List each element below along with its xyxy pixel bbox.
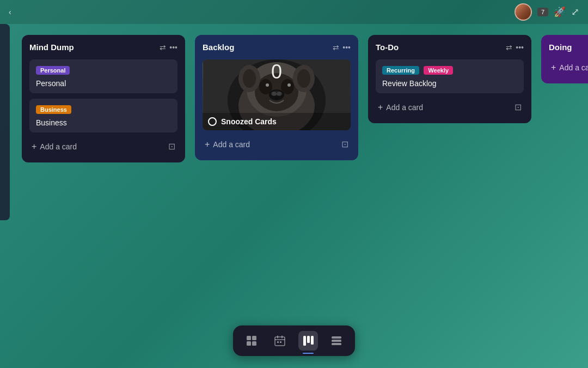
column-todo: To-Do ⇄ ••• Recurring Weekly Review Back…	[368, 35, 531, 123]
svg-rect-18	[247, 336, 251, 340]
column-backlog: Backlog ⇄ •••	[195, 35, 358, 160]
board: Mind Dump ⇄ ••• Personal Personal Busine…	[0, 24, 588, 368]
plus-icon-doing: +	[551, 63, 556, 73]
svg-rect-29	[307, 336, 310, 343]
svg-rect-21	[252, 341, 256, 346]
svg-rect-31	[332, 336, 341, 339]
column-title-backlog: Backlog	[203, 43, 234, 52]
add-card-doing[interactable]: + Add a card	[549, 59, 588, 76]
svg-point-8	[287, 83, 291, 87]
column-header-doing: Doing	[549, 43, 588, 52]
chevron-down-icon[interactable]: ‹	[9, 8, 11, 16]
more-icon-todo[interactable]: •••	[516, 43, 524, 52]
svg-rect-27	[280, 341, 281, 343]
card-business[interactable]: Business Business	[29, 99, 177, 132]
add-card-label-backlog: Add a card	[213, 140, 250, 149]
plus-icon-mind-dump: +	[32, 142, 36, 152]
bottom-toolbar	[233, 325, 355, 356]
snoozed-cards-title: Snoozed Cards	[221, 117, 277, 126]
header: ‹ 7 🚀 ⤢	[0, 0, 588, 24]
svg-rect-32	[332, 340, 341, 342]
circle-icon	[208, 117, 217, 126]
toolbar-calendar[interactable]	[270, 331, 290, 351]
add-card-todo[interactable]: + Add a card ⊡	[376, 99, 524, 116]
column-title-doing: Doing	[549, 43, 572, 52]
tag-recurring: Recurring	[382, 66, 419, 75]
tag-personal: Personal	[36, 66, 70, 75]
svg-rect-22	[275, 337, 285, 346]
add-card-backlog[interactable]: + Add a card ⊡	[203, 136, 351, 153]
card-snoozed[interactable]: 0 Snoozed Cards	[203, 59, 351, 130]
plus-icon-backlog: +	[205, 140, 210, 149]
template-icon-mind-dump[interactable]: ⊡	[168, 141, 175, 152]
header-right: 7 🚀 ⤢	[514, 3, 579, 21]
more-icon-mind-dump[interactable]: •••	[169, 43, 177, 52]
rocket-icon[interactable]: 🚀	[554, 6, 566, 18]
card-title-personal: Personal	[36, 79, 171, 88]
toolbar-board[interactable]	[298, 331, 318, 351]
plus-icon-todo: +	[378, 102, 383, 112]
svg-rect-28	[303, 336, 306, 346]
collapse-icon-backlog[interactable]: ⇄	[333, 43, 339, 52]
svg-rect-19	[252, 336, 256, 340]
tag-weekly: Weekly	[424, 66, 453, 75]
column-header-todo: To-Do ⇄ •••	[376, 43, 524, 52]
svg-text:0: 0	[271, 61, 282, 83]
collapse-icon-mind-dump[interactable]: ⇄	[160, 43, 166, 52]
card-image-text: Snoozed Cards	[203, 113, 351, 130]
column-header-backlog: Backlog ⇄ •••	[203, 43, 351, 52]
add-card-label-doing: Add a card	[559, 63, 588, 72]
column-actions-todo: ⇄ •••	[506, 43, 524, 52]
column-header-mind-dump: Mind Dump ⇄ •••	[29, 43, 177, 52]
template-icon-backlog[interactable]: ⊡	[341, 139, 348, 149]
more-icon-backlog[interactable]: •••	[342, 43, 351, 52]
toolbar-list[interactable]	[327, 331, 346, 351]
column-actions-backlog: ⇄ •••	[333, 43, 351, 52]
svg-point-15	[297, 69, 310, 88]
add-card-label-todo: Add a card	[386, 103, 423, 112]
tag-business: Business	[36, 105, 71, 114]
avatar[interactable]	[514, 3, 532, 21]
column-actions-mind-dump: ⇄ •••	[160, 43, 177, 52]
svg-rect-33	[332, 343, 341, 345]
card-title-business: Business	[36, 118, 171, 127]
svg-point-16	[272, 91, 281, 96]
svg-rect-30	[311, 336, 314, 345]
expand-icon[interactable]: ⤢	[571, 6, 579, 18]
collapse-icon-todo[interactable]: ⇄	[506, 43, 512, 52]
card-review-backlog[interactable]: Recurring Weekly Review Backlog	[376, 59, 524, 93]
add-card-label-mind-dump: Add a card	[40, 142, 77, 151]
template-icon-todo[interactable]: ⊡	[514, 102, 522, 112]
svg-point-14	[243, 69, 256, 88]
column-title-mind-dump: Mind Dump	[29, 43, 74, 52]
card-image-snoozed: 0 Snoozed Cards	[203, 59, 351, 130]
svg-point-7	[266, 83, 269, 87]
svg-rect-26	[277, 341, 279, 343]
column-title-todo: To-Do	[376, 43, 399, 52]
notification-badge[interactable]: 7	[537, 8, 548, 16]
header-left: ‹	[9, 8, 11, 16]
card-title-review-backlog: Review Backlog	[382, 79, 517, 88]
add-card-mind-dump[interactable]: + Add a card ⊡	[29, 138, 177, 155]
column-mind-dump: Mind Dump ⇄ ••• Personal Personal Busine…	[22, 35, 185, 162]
toolbar-grid-small[interactable]	[242, 331, 261, 351]
card-personal[interactable]: Personal Personal	[29, 59, 177, 93]
column-doing: Doing + Add a card	[541, 35, 588, 83]
svg-rect-20	[247, 341, 251, 346]
